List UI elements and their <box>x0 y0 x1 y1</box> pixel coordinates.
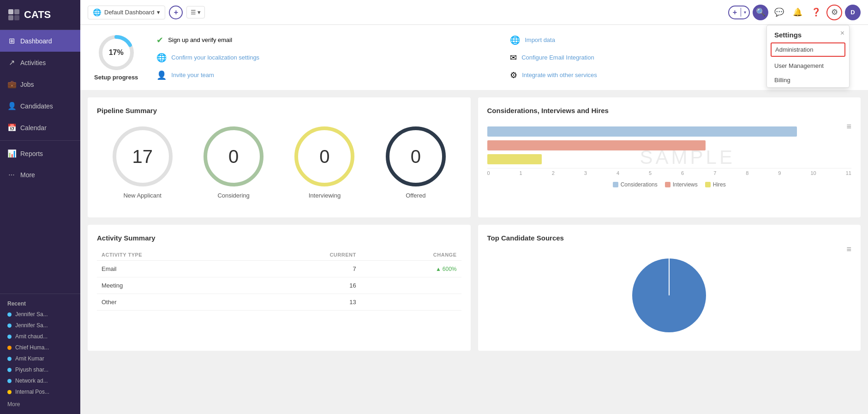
sidebar-recent-item[interactable]: Network ad... <box>0 375 80 386</box>
new-applicant-value: 17 <box>132 146 153 167</box>
nav-divider <box>0 140 80 141</box>
sidebar-recent-item[interactable]: Internal Pos... <box>0 386 80 397</box>
dashboard-grid: Pipeline Summary 17 New Applicant 0 Cons… <box>80 97 868 358</box>
bar-track-1 <box>487 126 852 137</box>
legend-label: Considerations <box>621 181 658 188</box>
bar-chart-card: Considerations, Interviews and Hires ≡ <box>478 97 861 217</box>
activity-current-email: 7 <box>251 261 360 277</box>
sidebar-item-label: More <box>20 171 35 179</box>
pipeline-summary-card: Pipeline Summary 17 New Applicant 0 Cons… <box>88 97 471 217</box>
setup-item-link[interactable]: Integrate with other services <box>522 72 597 78</box>
pipeline-new-applicant: 17 New Applicant <box>113 126 173 199</box>
sidebar-item-candidates[interactable]: 👤 Candidates <box>0 95 80 117</box>
bar-fill-salmon <box>487 140 706 150</box>
settings-item-administration[interactable]: Administration <box>771 42 845 57</box>
topbar-right: + ▾ 🔍 💬 🔔 ❓ ⚙ D <box>728 5 861 20</box>
dashboard-icon: ⊞ <box>7 36 16 45</box>
dashboard-globe-icon: 🌐 <box>93 8 102 17</box>
legend-dot-yellow <box>705 182 711 187</box>
sidebar-item-label: Activities <box>20 59 46 66</box>
logo[interactable]: CATS <box>0 0 80 30</box>
integrate-icon: ⚙ <box>510 70 517 80</box>
offered-circle: 0 <box>386 126 446 186</box>
up-arrow-icon: ▲ <box>436 266 441 272</box>
settings-button[interactable]: ⚙ <box>826 5 842 20</box>
setup-item-link[interactable]: Invite your team <box>171 72 214 78</box>
sidebar-recent-item[interactable]: Amit chaud... <box>0 331 80 342</box>
bar-chart-title: Considerations, Interviews and Hires <box>487 107 852 114</box>
recent-divider <box>0 294 80 294</box>
col-change: CHANGE <box>361 249 461 261</box>
sidebar-item-activities[interactable]: ↗ Activities <box>0 52 80 73</box>
pie-chart <box>628 254 711 337</box>
legend-label: Hires <box>713 181 726 188</box>
pipeline-title: Pipeline Summary <box>97 107 461 114</box>
activity-type-meeting: Meeting <box>97 277 251 294</box>
setup-item-invite[interactable]: 👤 Invite your team <box>156 70 501 80</box>
dashboard-dropdown-arrow: ▾ <box>157 9 160 16</box>
sidebar-item-label: Reports <box>20 150 43 157</box>
settings-item-user-management[interactable]: User Management <box>767 59 849 73</box>
activity-change-other <box>361 294 461 311</box>
globe-icon: 🌐 <box>156 53 167 63</box>
hamburger-arrow: ▾ <box>198 9 201 16</box>
pie-chart-menu[interactable]: ≡ <box>846 245 851 254</box>
notifications-button[interactable]: 🔔 <box>790 5 805 20</box>
person-icon: 👤 <box>156 70 167 80</box>
logo-icon <box>7 8 20 21</box>
calendar-icon: 📅 <box>7 123 16 132</box>
hamburger-icon: ☰ <box>191 9 196 16</box>
offered-value: 0 <box>411 146 421 167</box>
activity-summary-card: Activity Summary ACTIVITY TYPE CURRENT C… <box>88 225 471 351</box>
top-sources-card: Top Candidate Sources ≡ <box>478 225 861 351</box>
activity-change-meeting <box>361 277 461 294</box>
sidebar-item-dashboard[interactable]: ⊞ Dashboard <box>0 30 80 52</box>
sidebar-recent-item[interactable]: Chief Huma... <box>0 342 80 353</box>
help-button[interactable]: ❓ <box>808 5 824 20</box>
setup-progress: 17% Setup progress <box>94 34 138 81</box>
setup-item-link[interactable]: Confirm your localization settings <box>171 54 259 61</box>
sidebar-recent-item[interactable]: Amit Kumar <box>0 353 80 364</box>
sidebar-recent-item[interactable]: Jennifer Sa... <box>0 320 80 331</box>
setup-col-1: ✔ Sign up and verify email 🌐 Confirm you… <box>156 35 501 80</box>
bar-track-2 <box>487 140 852 150</box>
sidebar-more-link[interactable]: More <box>0 397 80 414</box>
sidebar-recent-item[interactable]: Jennifer Sa... <box>0 309 80 320</box>
plus-icon: + <box>729 6 741 18</box>
menu-button[interactable]: ☰ ▾ <box>186 6 205 18</box>
activity-change-email: ▲ 600% <box>361 261 461 277</box>
bar-track-3 <box>487 154 852 164</box>
chart-legend: Considerations Interviews Hires <box>487 181 852 188</box>
activity-title: Activity Summary <box>97 234 461 242</box>
settings-item-billing[interactable]: Billing <box>767 73 849 87</box>
settings-close-button[interactable]: × <box>840 29 844 37</box>
interviewing-circle: 0 <box>294 126 354 186</box>
user-avatar[interactable]: D <box>845 5 861 20</box>
setup-item-signup: ✔ Sign up and verify email <box>156 35 501 45</box>
activity-type-other: Other <box>97 294 251 311</box>
setup-banner: 17% Setup progress ✔ Sign up and verify … <box>80 25 868 90</box>
setup-item-link[interactable]: Configure Email Integration <box>521 54 594 61</box>
check-icon: ✔ <box>156 35 163 45</box>
setup-item-link[interactable]: Import data <box>525 36 555 43</box>
add-dashboard-button[interactable]: + <box>169 6 183 19</box>
legend-considerations: Considerations <box>613 181 658 188</box>
setup-item-localization[interactable]: 🌐 Confirm your localization settings <box>156 53 501 63</box>
sidebar-item-reports[interactable]: 📊 Reports <box>0 143 80 164</box>
search-button[interactable]: 🔍 <box>753 5 768 20</box>
sidebar-item-more[interactable]: ··· More <box>0 164 80 186</box>
bar-fill-yellow <box>487 154 542 164</box>
table-row: Email 7 ▲ 600% <box>97 261 461 277</box>
considering-circle: 0 <box>204 126 263 186</box>
legend-interviews: Interviews <box>665 181 698 188</box>
create-button[interactable]: + ▾ <box>728 6 750 19</box>
sidebar-item-calendar[interactable]: 📅 Calendar <box>0 117 80 138</box>
topbar-left: 🌐 Default Dashboard ▾ + ☰ ▾ <box>88 6 724 19</box>
considering-label: Considering <box>217 192 249 199</box>
sidebar-item-jobs[interactable]: 💼 Jobs <box>0 73 80 95</box>
chat-button[interactable]: 💬 <box>771 5 787 20</box>
dashboard-selector[interactable]: 🌐 Default Dashboard ▾ <box>88 6 165 19</box>
dashboard-label: Default Dashboard <box>104 9 154 16</box>
sidebar-recent-item[interactable]: Piyush shar... <box>0 364 80 375</box>
bar-row-2 <box>487 140 852 150</box>
